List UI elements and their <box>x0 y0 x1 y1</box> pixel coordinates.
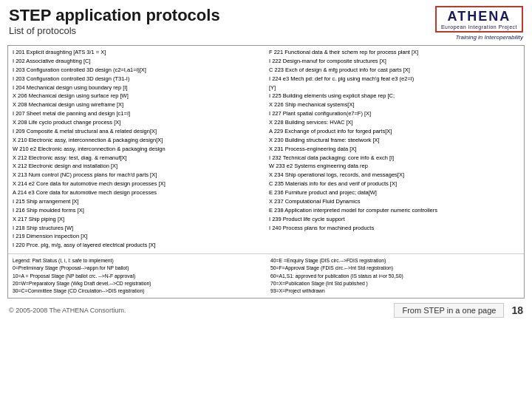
list-item: W 210 e2 Electronic assy, interconnectio… <box>13 146 263 154</box>
list-item: I 240 Process plans for machined product… <box>269 225 519 233</box>
list-item: X 231 Process-engineering data [X] <box>269 146 519 154</box>
left-column: I 201 Explicit draughting [ATS 3/1 = X]I… <box>13 49 263 250</box>
list-item: X 237 Computational Fluid Dynamics <box>269 198 519 206</box>
legend-item: 70=X=Publication Stage (Int Std publishe… <box>270 280 519 287</box>
from-step-box: From STEP in a one page <box>394 303 504 318</box>
list-item: X 214 e2 Core data for automotive mech d… <box>13 180 263 188</box>
legend-item: 93=X=Project withdrawn <box>270 287 519 295</box>
logo-tagline: Training in Interoperability <box>456 34 523 41</box>
list-item: I 201 Explicit draughting [ATS 3/1 = X] <box>13 49 263 57</box>
list-item: X 213 Num control (NC) process plans for… <box>13 171 263 180</box>
list-item: X 234 Ship operational logs, records, an… <box>269 171 519 180</box>
list-item: C 223 Exch of design & mfg product info … <box>269 66 519 75</box>
legend-right: 40=E =Enquiry Stage (DIS circ.-->FDIS re… <box>270 257 519 295</box>
legend-item: 40=E =Enquiry Stage (DIS circ.-->FDIS re… <box>270 257 519 265</box>
legend-area: Legend: Part Status (I, i, I: safe to im… <box>8 253 524 298</box>
list-item: I 220 Prce. plg, m/g, assy of layered el… <box>13 242 263 250</box>
list-item: I 202 Associative draughting [C] <box>13 58 263 66</box>
list-item: X 208 Life cyclo product change process … <box>13 119 263 127</box>
list-item: X 226 Ship mechanical systems[X] <box>269 101 519 109</box>
legend-item: 20=W=Preparatory Stage (Wkg Draft devel.… <box>13 280 262 287</box>
list-item: A 214 e3 Core data for automotive mech d… <box>13 189 263 197</box>
list-item: X 208 Mechanical design using wireframe … <box>13 101 263 109</box>
list-item: X 206 Mechanical design using surface re… <box>13 92 263 100</box>
list-item: F 221 Functional data & their schem rep … <box>269 49 519 57</box>
list-item: I 203 Configuration controlled 3D design… <box>13 75 263 83</box>
list-item: [Y] <box>269 84 519 92</box>
header-left: STEP application protocols List of proto… <box>9 6 220 36</box>
list-item: I 232 Technical data packaging: core inf… <box>269 154 519 163</box>
list-item: W 233 e2 Systems engineering data rep <box>269 163 519 171</box>
list-item: I 225 Building elements using explicit s… <box>269 92 519 100</box>
right-column: F 221 Functional data & their schem rep … <box>269 49 519 250</box>
logo-sub: European Integration Project <box>441 24 517 30</box>
legend-item: 30=C=Committee Stage (CD Circulation-->D… <box>13 287 262 295</box>
list-item: I 207 Sheet metal die panning and design… <box>13 110 263 118</box>
list-item: X 230 Building structural frame: steelwo… <box>269 137 519 145</box>
list-item: I 209 Composite & metal structural ana &… <box>13 128 263 136</box>
legend-item: 50=F=Approval Stage (FDIS circ.-->Int St… <box>270 265 519 272</box>
from-step-label: From STEP in a one page <box>402 306 496 315</box>
page-subtitle: List of protocols <box>9 25 220 36</box>
list-item: C 235 Materials info for des and verif o… <box>269 180 519 188</box>
list-item: X 210 Electronic assy, interconnection &… <box>13 137 263 145</box>
logo-area: ATHENA European Integration Project Trai… <box>435 6 523 41</box>
list-item: I 203 Configuration controlled 3D design… <box>13 66 263 75</box>
logo-box: ATHENA European Integration Project <box>435 6 523 33</box>
list-item: I 218 Ship structures [W] <box>13 225 263 233</box>
list-item: I 219 Dimension inspection [X] <box>13 233 263 241</box>
list-item: X 212 Electronic assy: test, diag. & rem… <box>13 154 263 163</box>
content-inner: I 201 Explicit draughting [ATS 3/1 = X]I… <box>8 46 524 253</box>
list-item: E 238 Application interpreted model for … <box>269 207 519 215</box>
list-item: X 212 Electronic design and installation… <box>13 163 263 171</box>
list-item: I 227 Plant spatial configuration(e7=F) … <box>269 110 519 118</box>
list-item: X 217 Ship piping [X] <box>13 216 263 224</box>
logo-name: ATHENA <box>441 9 517 24</box>
list-item: A 229 Exchange of product info for forge… <box>269 128 519 136</box>
page-title: STEP application protocols <box>9 6 220 25</box>
list-item: X 228 Building services: HVAC [X] <box>269 119 519 127</box>
list-item: I 216 Ship moulded forms [X] <box>13 207 263 215</box>
legend-item: 10=A = Proposal Stage (NP ballot crc. --… <box>13 273 262 280</box>
copyright-text: © 2005-2008 The ATHENA Consortium. <box>9 307 126 314</box>
list-item: I 222 Design-manuf for composite structu… <box>269 58 519 66</box>
list-item: I 224 e3 Mech pd: def for c. plg using m… <box>269 75 519 83</box>
legend-item: Legend: Part Status (I, i, I: safe to im… <box>13 257 262 265</box>
header: STEP application protocols List of proto… <box>0 0 532 44</box>
legend-left: Legend: Part Status (I, i, I: safe to im… <box>13 257 262 295</box>
footer: © 2005-2008 The ATHENA Consortium. From … <box>0 300 532 321</box>
list-item: I 215 Ship arrangement [X] <box>13 198 263 206</box>
list-item: I 204 Mechanical design using boundary r… <box>13 84 263 92</box>
page-number: 18 <box>511 304 523 316</box>
legend-item: 60=A1,S1: approved for publication (IS s… <box>270 273 519 280</box>
main-content: I 201 Explicit draughting [ATS 3/1 = X]I… <box>7 45 525 299</box>
list-item: I 239 Product life cycle support <box>269 216 519 224</box>
legend-item: 0=Preliminary Stage (Proposal-->appn for… <box>13 265 262 272</box>
list-item: E 236 Furniture product and projec; data… <box>269 189 519 197</box>
